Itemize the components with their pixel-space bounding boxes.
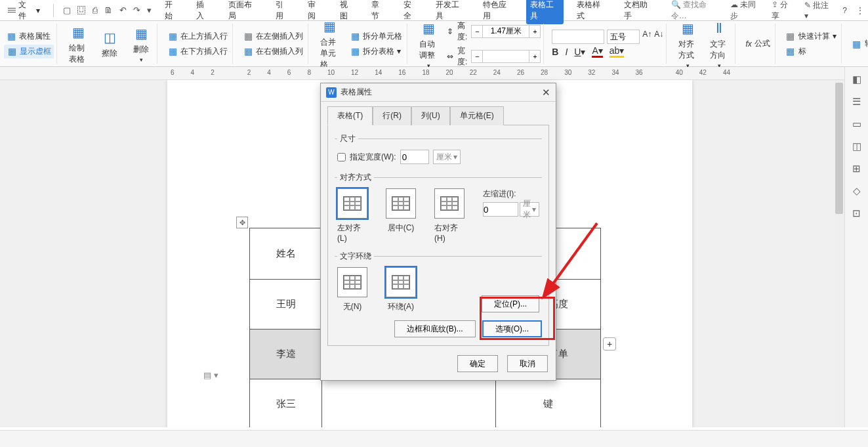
width-unit-select[interactable]: 厘米▾ xyxy=(433,150,461,164)
specify-width-checkbox[interactable] xyxy=(337,153,346,161)
table-cell[interactable]: 键 xyxy=(496,379,601,428)
ok-button[interactable]: 确定 xyxy=(457,355,498,372)
insert-col-left-button[interactable]: ▦在左侧插入列 xyxy=(241,30,305,43)
width-value-input[interactable] xyxy=(400,150,429,164)
heading-button[interactable]: ▦标 xyxy=(783,45,838,58)
table-properties-button[interactable]: ▦表格属性 xyxy=(4,30,54,43)
panel-icon[interactable]: ⊞ xyxy=(852,163,861,175)
menu-tab[interactable]: 引用 xyxy=(272,0,295,24)
width-input[interactable] xyxy=(483,50,529,63)
align-left-option[interactable]: 左对齐(L) xyxy=(337,188,367,243)
dialog-tab[interactable]: 表格(T) xyxy=(327,106,373,125)
close-icon[interactable]: ✕ xyxy=(542,87,550,98)
height-input[interactable] xyxy=(483,25,529,38)
alignment-legend: 对齐方式 xyxy=(337,172,374,183)
table-cell[interactable]: 姓名 xyxy=(250,228,322,280)
dialog-tab[interactable]: 行(R) xyxy=(373,106,411,125)
menu-tab[interactable]: 文档助手 xyxy=(620,0,658,24)
text-direction-button[interactable]: Ⅱ文字方向▾ xyxy=(706,18,732,70)
panel-icon[interactable]: ☰ xyxy=(852,96,861,108)
font-family-select[interactable] xyxy=(552,30,604,44)
width-increment[interactable]: + xyxy=(529,50,541,63)
separator xyxy=(53,4,54,17)
file-menu[interactable]: 文件 ▾ xyxy=(4,0,44,22)
bold-button[interactable]: B xyxy=(552,47,558,57)
dialog-titlebar[interactable]: W 表格属性 ✕ xyxy=(321,83,556,102)
panel-icon[interactable]: ◫ xyxy=(852,140,861,152)
share-button[interactable]: ⇪ 分享 xyxy=(772,0,795,22)
table-cell[interactable] xyxy=(322,379,496,428)
italic-button[interactable]: I xyxy=(565,47,568,57)
menu-tab[interactable]: 页面布局 xyxy=(224,0,262,24)
vertical-scrollbar[interactable] xyxy=(834,80,844,427)
insert-row-below-button[interactable]: ▦在下方插入行 xyxy=(165,45,230,58)
font-color-button[interactable]: A▾ xyxy=(592,45,602,58)
width-decrement[interactable]: − xyxy=(471,50,483,63)
table-cell[interactable]: 王明 xyxy=(250,280,322,330)
convert-button[interactable]: ▦转 xyxy=(850,37,868,51)
border-shading-button[interactable]: 边框和底纹(B)... xyxy=(394,320,476,337)
dialog-title: 表格属性 xyxy=(341,87,372,98)
font-grow-icon[interactable]: A↑ xyxy=(642,30,651,44)
table-move-handle[interactable]: ✥ xyxy=(236,217,248,228)
menu-tab[interactable]: 插入 xyxy=(192,0,215,24)
table-cell[interactable]: 张三 xyxy=(250,379,322,428)
new-icon[interactable]: ▢ xyxy=(63,5,71,15)
position-button[interactable]: 定位(P)... xyxy=(482,295,539,312)
align-center-option[interactable]: 居中(C) xyxy=(386,188,416,234)
height-label: 高度: xyxy=(457,20,467,43)
indent-unit-select[interactable]: 厘米▾ xyxy=(520,202,539,217)
wrap-around-option[interactable]: 环绕(A) xyxy=(386,267,416,312)
eraser-button[interactable]: ◫擦除 xyxy=(96,27,123,60)
insert-row-above-button[interactable]: ▦在上方插入行 xyxy=(165,30,230,43)
split-cells-button[interactable]: ▦拆分单元格 xyxy=(348,30,404,43)
preview-icon[interactable]: 🗎 xyxy=(104,5,113,15)
underline-button[interactable]: U▾ xyxy=(574,47,585,57)
comment-button[interactable]: ✎ 批注 ▾ xyxy=(804,0,834,20)
panel-icon[interactable]: ▭ xyxy=(852,118,861,130)
indent-label: 左缩进(I): xyxy=(483,188,539,200)
font-shrink-icon[interactable]: A↓ xyxy=(654,30,663,44)
show-gridlines-button[interactable]: ▦显示虚框 xyxy=(4,45,54,58)
table-cell[interactable]: 李逵 xyxy=(250,330,322,379)
split-table-button[interactable]: ▦拆分表格▾ xyxy=(348,45,404,58)
dialog-tab[interactable]: 单元格(E) xyxy=(450,106,504,125)
more-icon[interactable]: ▾ xyxy=(147,5,152,15)
merge-cells-button[interactable]: ▦合并单元格 xyxy=(316,16,342,72)
font-size-select[interactable] xyxy=(607,30,640,44)
height-decrement[interactable]: − xyxy=(471,25,483,38)
wrap-none-option[interactable]: 无(N) xyxy=(337,267,367,312)
quick-calc-button[interactable]: ▦快速计算▾ xyxy=(783,30,838,43)
dialog-tab[interactable]: 列(U) xyxy=(411,106,450,125)
redo-icon[interactable]: ↷ xyxy=(133,5,140,15)
cancel-button[interactable]: 取消 xyxy=(507,355,548,372)
height-increment[interactable]: + xyxy=(529,25,541,38)
open-icon[interactable]: ⿶ xyxy=(77,5,86,15)
align-right-option[interactable]: 右对齐(H) xyxy=(434,188,465,243)
print-icon[interactable]: ⎙ xyxy=(93,5,98,15)
row-height-icon: ⇕ xyxy=(447,27,453,36)
panel-icon[interactable]: ⊡ xyxy=(852,207,861,219)
add-column-button[interactable]: + xyxy=(603,337,616,351)
menu-tab[interactable]: 章节 xyxy=(367,0,390,24)
sync-button[interactable]: ☁ 未同步 xyxy=(730,0,762,22)
autofit-button[interactable]: ▦自动调整▾ xyxy=(415,18,442,70)
alignment-button[interactable]: ▦对齐方式▾ xyxy=(674,18,701,70)
options-button[interactable]: 选项(O)... xyxy=(482,320,542,337)
insert-col-right-button[interactable]: ▦在右侧插入列 xyxy=(241,45,305,58)
horizontal-ruler: 6422468101214161820222426283032343640424… xyxy=(0,67,868,80)
panel-icon[interactable]: ◧ xyxy=(852,74,861,85)
more-icon[interactable]: ⋮ xyxy=(856,6,864,15)
highlight-button[interactable]: ab▾ xyxy=(610,45,625,58)
menu-tab[interactable]: 开始 xyxy=(161,0,184,24)
formula-button[interactable]: fx 公式 xyxy=(743,37,772,51)
paragraph-mark-icon: ▤ ▾ xyxy=(203,370,218,380)
undo-icon[interactable]: ↶ xyxy=(119,5,127,15)
panel-icon[interactable]: ◇ xyxy=(853,185,861,197)
indent-input[interactable] xyxy=(483,202,518,217)
draw-table-button[interactable]: ▦绘制表格 xyxy=(65,22,91,66)
delete-button[interactable]: ▦删除▾ xyxy=(128,23,154,64)
help-icon[interactable]: ? xyxy=(842,6,847,15)
scrollbar-thumb[interactable] xyxy=(835,83,843,214)
menu-tab[interactable]: 表格样式 xyxy=(573,0,611,24)
